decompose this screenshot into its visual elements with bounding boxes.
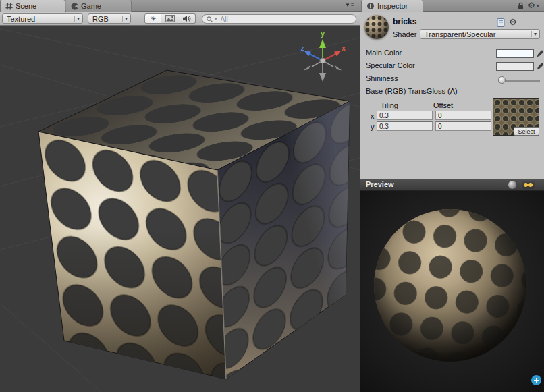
lock-icon[interactable] <box>518 2 524 10</box>
inspector-tabstrip: Inspector ⚙ ▾ <box>360 0 544 12</box>
material-preview-icon <box>364 15 389 39</box>
preview-lighting-icon[interactable] <box>522 181 535 189</box>
gizmo-center-handle <box>320 58 325 63</box>
search-input[interactable] <box>219 15 352 24</box>
shininess-slider-knob[interactable] <box>498 76 506 84</box>
scene-orientation-gizmo[interactable]: y x z <box>301 30 346 82</box>
inspector-menu-chevron-icon[interactable]: ▾ <box>537 3 539 8</box>
base-map-label: Base (RGB) TransGloss (A) <box>366 87 458 95</box>
gear-icon[interactable]: ⚙ <box>528 1 535 9</box>
material-name: bricks <box>393 17 416 26</box>
shader-value: Transparent/Specular <box>425 30 528 38</box>
gizmo-z-label[interactable]: z <box>301 45 304 52</box>
gizmo-neg-x-cone <box>304 65 312 71</box>
scene-grid-icon <box>5 3 13 10</box>
preview-add-button[interactable] <box>531 375 541 385</box>
scene-fx-toggle[interactable] <box>161 13 179 24</box>
texture-select-button[interactable]: Select <box>514 127 539 136</box>
gizmo-y-label[interactable]: y <box>321 30 325 38</box>
scene-cube[interactable] <box>38 70 350 379</box>
tab-scene[interactable]: Scene <box>0 0 65 12</box>
chevron-down-icon: ▾ <box>531 31 537 37</box>
inspector-pane: Inspector ⚙ ▾ bricks Shader Transparent/… <box>360 0 544 392</box>
unity-editor-window: Scene Game ▼≡ Textured ▾ RGB ▾ ☀ <box>0 0 544 392</box>
material-gear-icon[interactable]: ⚙ <box>509 18 517 26</box>
main-color-label: Main Color <box>366 49 402 57</box>
eyedropper-icon[interactable] <box>536 61 543 71</box>
tab-game-label: Game <box>81 2 101 10</box>
scene-pane: Scene Game ▼≡ Textured ▾ RGB ▾ ☀ <box>0 0 360 392</box>
shininess-label: Shininess <box>366 74 398 82</box>
tab-inspector-label: Inspector <box>377 2 408 10</box>
offset-x-input[interactable] <box>435 111 491 120</box>
scene-pane-menu-icon[interactable]: ▼≡ <box>345 2 355 8</box>
scene-search-field[interactable]: ▾ <box>202 14 356 24</box>
specular-color-label: Specular Color <box>366 61 415 69</box>
scene-viewport[interactable]: y x z <box>0 26 360 392</box>
tab-scene-label: Scene <box>16 2 36 10</box>
scene-toolbar: Textured ▾ RGB ▾ ☀ <box>0 12 360 26</box>
shader-dropdown[interactable]: Transparent/Specular ▾ <box>420 29 540 39</box>
landscape-icon <box>165 15 175 22</box>
row-x-label: x <box>371 112 375 120</box>
scene-audio-toggle[interactable] <box>178 13 196 24</box>
speaker-icon <box>182 15 191 22</box>
channels-value: RGB <box>92 15 119 23</box>
eyedropper-icon[interactable] <box>536 48 543 58</box>
shader-label: Shader <box>393 30 416 38</box>
preview-model-icon[interactable] <box>508 181 516 189</box>
gizmo-x-label[interactable]: x <box>342 45 346 52</box>
tiling-y-input[interactable] <box>377 121 433 131</box>
main-color-swatch[interactable] <box>496 49 534 58</box>
render-mode-dropdown[interactable]: Textured ▾ <box>2 13 83 24</box>
preview-title: Preview <box>366 180 394 188</box>
gizmo-neg-z-cone <box>334 65 342 71</box>
sun-icon: ☀ <box>151 16 157 22</box>
specular-color-swatch[interactable] <box>496 62 534 71</box>
game-icon <box>71 3 78 10</box>
scene-tabstrip: Scene Game ▼≡ <box>0 0 360 12</box>
chevron-down-icon: ▾ <box>122 16 128 22</box>
tiling-header: Tiling <box>381 101 398 109</box>
tiling-x-input[interactable] <box>377 111 433 120</box>
offset-header: Offset <box>433 101 453 109</box>
row-y-label: y <box>371 123 375 131</box>
help-doc-icon[interactable] <box>497 18 505 27</box>
render-mode-value: Textured <box>7 15 72 23</box>
search-icon <box>207 16 213 22</box>
preview-sphere[interactable] <box>360 191 544 392</box>
search-filter-chevron-icon[interactable]: ▾ <box>215 16 217 22</box>
gizmo-neg-y-cone <box>319 73 326 82</box>
chevron-down-icon: ▾ <box>74 16 80 22</box>
material-preview-area[interactable] <box>360 191 544 392</box>
offset-y-input[interactable] <box>435 121 491 131</box>
info-icon <box>366 2 375 10</box>
channels-dropdown[interactable]: RGB ▾ <box>88 13 131 24</box>
scene-lighting-toggle[interactable]: ☀ <box>144 13 162 24</box>
tab-inspector[interactable]: Inspector <box>361 0 423 12</box>
tab-game[interactable]: Game <box>66 0 132 12</box>
